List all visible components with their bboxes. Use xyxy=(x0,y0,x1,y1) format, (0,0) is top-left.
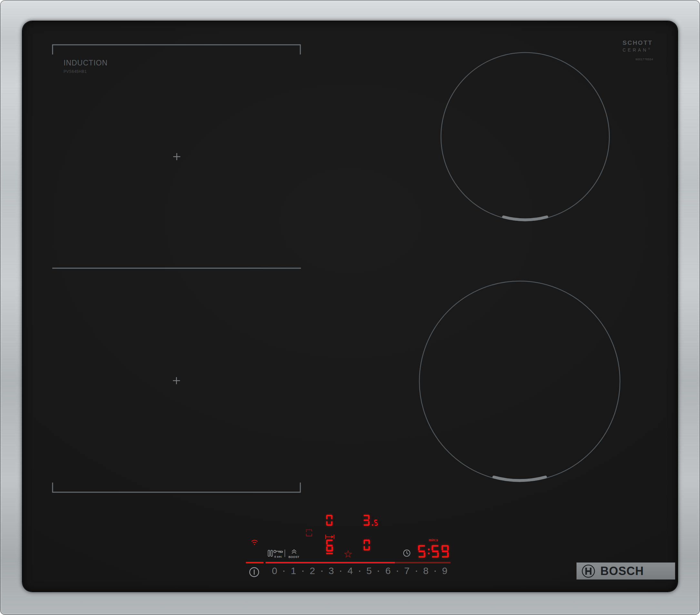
flex-zone-top-bracket xyxy=(53,45,300,54)
power-level-9[interactable]: 9 xyxy=(442,565,447,576)
power-level-8[interactable]: 8 xyxy=(423,565,429,576)
cooking-zone-rear-right xyxy=(441,53,609,221)
power-level-6[interactable]: 6 xyxy=(385,565,391,576)
power-level-4[interactable]: 4 xyxy=(347,565,353,576)
boost-label: BOOST xyxy=(288,555,300,559)
boost-key[interactable]: BOOST xyxy=(288,549,300,559)
zone-markings xyxy=(23,21,677,591)
display-zone-rear-right-level[interactable] xyxy=(363,515,379,527)
level-separator-dot xyxy=(283,571,285,572)
induction-hob: INDUCTION PVS645HB1 SCHOTT CERAN® 900177… xyxy=(0,0,700,615)
glass-serial-code: 9001778554 xyxy=(623,58,653,61)
flex-zone-bottom-bracket xyxy=(53,483,300,492)
selected-zone-underline xyxy=(326,553,333,554)
zone-marker-front-right xyxy=(494,477,546,481)
child-lock-key[interactable]: 4 sec xyxy=(273,549,283,558)
schott-label: SCHOTT xyxy=(623,39,653,46)
power-level-2[interactable]: 2 xyxy=(310,565,315,576)
flex-zone-rear-cross xyxy=(173,153,180,160)
transfer-arrow-icon xyxy=(325,535,335,539)
timer-clock-icon[interactable] xyxy=(403,549,411,557)
display-zone-front-left-level[interactable] xyxy=(326,540,336,553)
power-level-row: 0123456789 xyxy=(23,565,677,579)
timer-unit-label: min:s xyxy=(426,538,441,542)
power-level-0[interactable]: 0 xyxy=(272,565,277,576)
power-level-3[interactable]: 3 xyxy=(329,565,334,576)
flex-zone-front-cross xyxy=(173,377,180,384)
power-slider-track[interactable] xyxy=(265,562,451,563)
power-slider-zero-segment[interactable] xyxy=(246,562,264,563)
pause-icon[interactable] xyxy=(268,550,273,557)
boost-chevrons-icon xyxy=(292,549,297,554)
cooking-zone-front-right xyxy=(420,281,620,482)
child-lock-key-icon xyxy=(273,549,283,554)
model-number: PVS645HB1 xyxy=(64,69,108,74)
display-zone-rear-left-level[interactable] xyxy=(326,515,335,527)
panel-divider xyxy=(285,550,285,557)
ceramic-glass-surface: INDUCTION PVS645HB1 SCHOTT CERAN® 900177… xyxy=(23,21,677,591)
level-separator-dot xyxy=(340,571,341,572)
level-separator-dot xyxy=(416,571,417,572)
level-separator-dot xyxy=(378,571,379,572)
power-level-7[interactable]: 7 xyxy=(404,565,410,576)
power-level-1[interactable]: 1 xyxy=(291,565,296,576)
schott-ceran-logo: SCHOTT CERAN® 9001778554 xyxy=(623,39,653,61)
zone-marker-rear-right xyxy=(503,217,547,220)
induction-branding: INDUCTION PVS645HB1 xyxy=(64,59,108,74)
power-level-5[interactable]: 5 xyxy=(366,565,372,576)
level-separator-dot xyxy=(397,571,398,572)
display-timer xyxy=(418,545,452,559)
level-separator-dot xyxy=(321,571,323,572)
induction-label: INDUCTION xyxy=(64,59,108,67)
key-hold-label: 4 sec xyxy=(273,555,283,558)
favorite-star-icon[interactable] xyxy=(344,550,352,558)
flex-zone-indicator-icon xyxy=(306,529,312,537)
level-separator-dot xyxy=(302,571,303,572)
registered-mark: ® xyxy=(648,47,650,50)
display-zone-front-right-level[interactable] xyxy=(364,540,372,552)
level-separator-dot xyxy=(435,571,436,572)
level-separator-dot xyxy=(359,571,360,572)
wifi-icon xyxy=(251,538,258,546)
ceran-label: CERAN® xyxy=(623,46,653,53)
